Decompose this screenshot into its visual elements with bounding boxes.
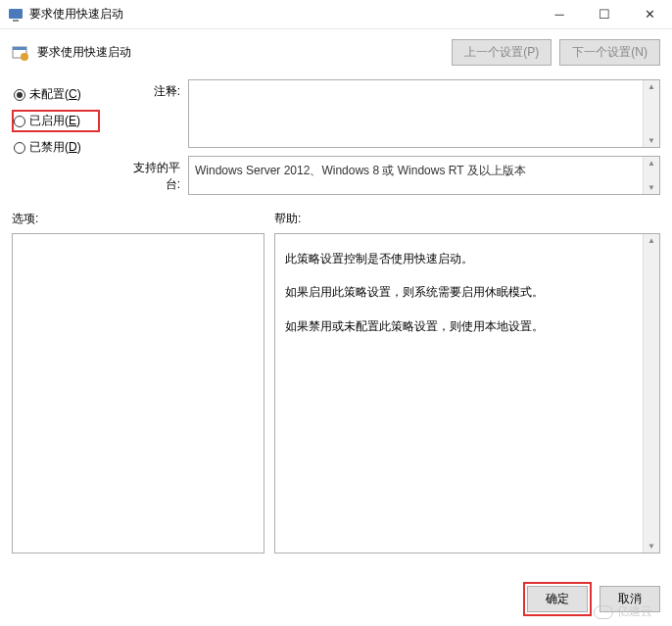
dialog-footer: 确定 取消 <box>523 582 660 616</box>
comment-field[interactable]: ▲▼ <box>188 79 660 148</box>
radio-label: 已启用(E) <box>29 113 80 129</box>
platform-label: 支持的平台: <box>120 156 188 195</box>
options-label: 选项: <box>12 209 264 233</box>
config-row: 未配置(C) 已启用(E) 已禁用(D) 注释: ▲▼ 支持的平台: Windo… <box>0 79 672 203</box>
titlebar: 要求使用快速启动 ─ ☐ ✕ <box>0 0 672 29</box>
radio-label: 已禁用(D) <box>29 139 81 156</box>
radio-icon <box>14 89 25 101</box>
svg-rect-0 <box>9 9 23 19</box>
policy-title: 要求使用快速启动 <box>37 44 444 61</box>
radio-label: 未配置(C) <box>29 86 81 103</box>
window-title: 要求使用快速启动 <box>29 6 537 23</box>
scrollbar[interactable]: ▲▼ <box>643 234 659 553</box>
help-line: 如果启用此策略设置，则系统需要启用休眠模式。 <box>285 279 640 305</box>
help-label: 帮助: <box>274 209 660 233</box>
fields-column: 注释: ▲▼ 支持的平台: Windows Server 2012、Window… <box>120 79 660 203</box>
comment-value <box>189 80 659 92</box>
help-line: 如果禁用或未配置此策略设置，则使用本地设置。 <box>285 313 640 339</box>
help-box: 此策略设置控制是否使用快速启动。 如果启用此策略设置，则系统需要启用休眠模式。 … <box>274 233 660 554</box>
help-line: 此策略设置控制是否使用快速启动。 <box>285 246 640 271</box>
radio-not-configured[interactable]: 未配置(C) <box>12 83 100 106</box>
policy-icon <box>12 44 29 62</box>
ok-button[interactable]: 确定 <box>527 586 588 612</box>
next-setting-button[interactable]: 下一个设置(N) <box>559 39 660 66</box>
platform-value: Windows Server 2012、Windows 8 或 Windows … <box>189 157 659 185</box>
help-content: 此策略设置控制是否使用快速启动。 如果启用此策略设置，则系统需要启用休眠模式。 … <box>275 234 659 359</box>
options-box[interactable] <box>12 233 264 554</box>
radio-icon <box>14 142 25 154</box>
scrollbar[interactable]: ▲▼ <box>643 157 659 194</box>
minimize-button[interactable]: ─ <box>537 0 582 29</box>
ok-button-highlight: 确定 <box>523 582 592 616</box>
svg-point-4 <box>21 53 28 61</box>
options-column: 选项: <box>12 209 264 554</box>
svg-rect-1 <box>13 20 19 22</box>
policy-header: 要求使用快速启动 上一个设置(P) 下一个设置(N) <box>0 29 672 79</box>
body-columns: 选项: 帮助: 此策略设置控制是否使用快速启动。 如果启用此策略设置，则系统需要… <box>0 209 672 561</box>
prev-setting-button[interactable]: 上一个设置(P) <box>452 39 552 66</box>
maximize-button[interactable]: ☐ <box>582 0 627 29</box>
help-column: 帮助: 此策略设置控制是否使用快速启动。 如果启用此策略设置，则系统需要启用休眠… <box>274 209 660 554</box>
cancel-button[interactable]: 取消 <box>600 586 660 612</box>
scrollbar[interactable]: ▲▼ <box>643 80 659 147</box>
radio-enabled[interactable]: 已启用(E) <box>12 110 100 132</box>
window-controls: ─ ☐ ✕ <box>537 0 672 29</box>
app-icon <box>8 7 24 23</box>
radio-icon <box>14 116 25 127</box>
radio-disabled[interactable]: 已禁用(D) <box>12 136 100 159</box>
comment-label: 注释: <box>120 79 188 148</box>
close-button[interactable]: ✕ <box>627 0 672 29</box>
platform-field: Windows Server 2012、Windows 8 或 Windows … <box>188 156 660 195</box>
svg-rect-3 <box>13 47 26 50</box>
radio-group: 未配置(C) 已启用(E) 已禁用(D) <box>12 79 100 203</box>
